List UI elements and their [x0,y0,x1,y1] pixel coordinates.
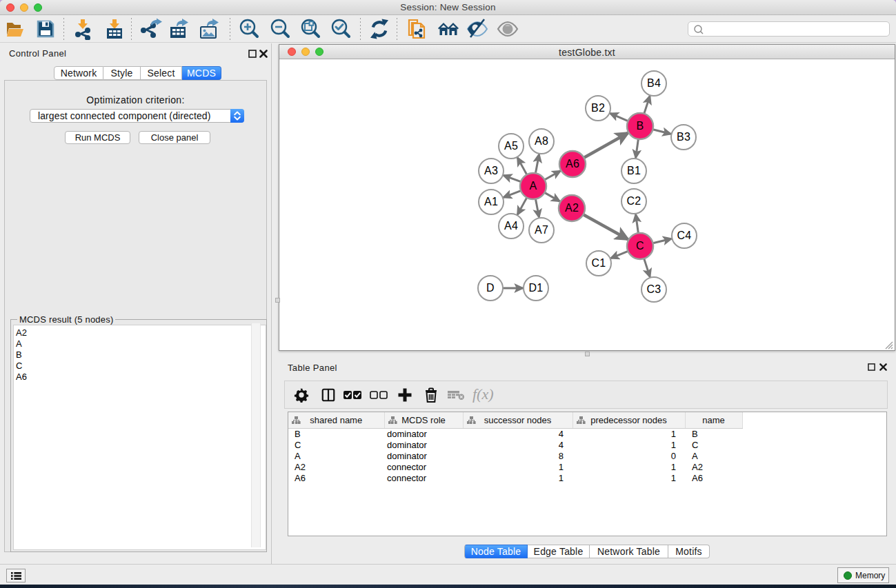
svg-text:D1: D1 [528,282,543,294]
svg-text:C1: C1 [591,257,606,269]
svg-text:B3: B3 [677,131,690,143]
svg-text:A1: A1 [484,196,498,207]
svg-text:B: B [637,120,644,132]
svg-text:B2: B2 [591,102,605,114]
svg-text:B4: B4 [647,77,661,89]
svg-text:A5: A5 [504,140,518,152]
svg-text:C4: C4 [677,230,691,241]
svg-text:C2: C2 [626,195,641,207]
svg-text:A8: A8 [535,135,548,147]
svg-text:A: A [530,180,537,192]
svg-text:A2: A2 [565,202,579,214]
svg-text:A7: A7 [535,224,548,236]
svg-text:D: D [486,282,495,294]
svg-text:B1: B1 [627,165,641,176]
svg-text:C3: C3 [646,283,661,295]
svg-text:C: C [636,240,644,252]
svg-text:A4: A4 [504,220,518,232]
svg-text:A3: A3 [484,165,498,176]
svg-text:A6: A6 [566,158,579,170]
